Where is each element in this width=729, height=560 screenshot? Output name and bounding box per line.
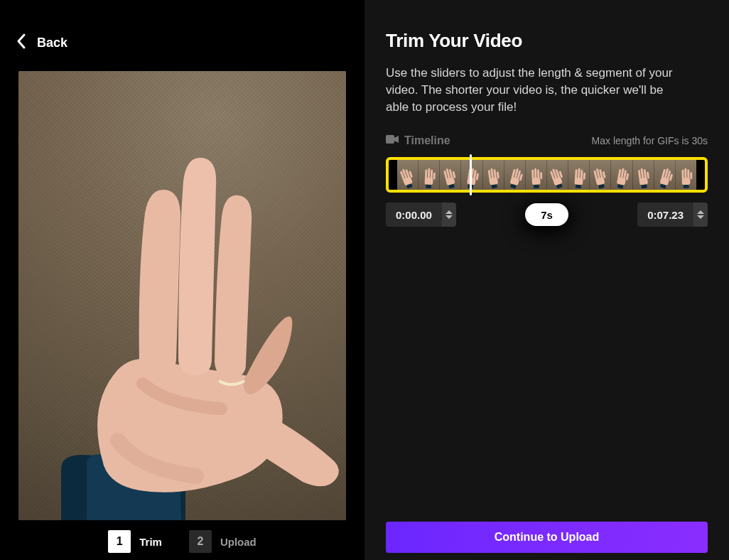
trim-selection[interactable] [386,157,708,193]
svg-rect-26 [487,170,491,180]
filmstrip-frame [611,160,632,190]
timeline-filmstrip[interactable] [386,157,708,193]
playhead[interactable] [470,154,472,195]
svg-rect-0 [386,135,394,144]
wizard-steps: 1 Trim 2 Upload [0,530,364,553]
time-controls: 0:00.00 7s 0:07.23 [386,203,708,227]
filmstrip-frame [633,160,654,190]
filmstrip-frame [483,160,504,190]
back-button[interactable]: Back [16,28,364,57]
svg-rect-65 [626,173,630,181]
chevron-down-icon[interactable] [446,215,453,219]
filmstrip-frame [461,160,482,190]
svg-rect-38 [531,170,534,180]
timeline-header: Timeline Max length for GIFs is 30s [386,134,708,147]
svg-rect-84 [684,185,689,188]
svg-rect-50 [575,169,578,179]
svg-rect-29 [496,171,499,178]
svg-rect-82 [687,170,689,180]
back-label: Back [37,36,68,50]
filmstrip-frame [590,160,611,190]
step-1-label: Trim [139,536,162,548]
svg-rect-83 [690,172,692,179]
chevron-up-icon[interactable] [697,210,704,214]
start-time-value[interactable]: 0:00.00 [386,203,442,227]
end-time-steppers[interactable] [693,203,708,227]
svg-rect-12 [426,185,431,188]
chevron-left-icon [16,33,27,53]
chevron-up-icon[interactable] [446,210,453,214]
end-time-value[interactable]: 0:07.23 [637,203,693,227]
svg-rect-52 [580,170,583,180]
svg-rect-39 [534,168,536,180]
svg-rect-23 [476,173,479,181]
svg-rect-54 [576,185,581,188]
svg-rect-28 [493,169,497,179]
svg-rect-69 [640,168,644,180]
filmstrip-frame [504,160,526,190]
svg-rect-40 [537,169,539,179]
filmstrip-frame [526,160,547,190]
duration-pill[interactable]: 7s [525,203,568,226]
continue-to-upload-button[interactable]: Continue to Upload [386,522,708,553]
svg-rect-42 [534,185,539,188]
svg-rect-80 [681,170,684,180]
filmstrip-frame [418,160,440,190]
filmstrip-frame [397,160,418,190]
step-1-badge[interactable]: 1 [108,530,131,553]
filmstrip-frame [568,160,590,190]
filmstrip-frames [397,160,696,190]
end-time-box: 0:07.23 [637,203,708,227]
svg-rect-51 [578,168,580,180]
step-2-label: Upload [220,536,256,548]
svg-rect-68 [637,170,641,180]
svg-rect-11 [433,173,436,180]
svg-rect-53 [583,173,586,180]
timeline-label: Timeline [386,134,450,147]
filmstrip-frame [654,160,676,190]
preview-hand [18,71,346,520]
filmstrip-frame [547,160,568,190]
svg-rect-41 [540,172,542,179]
svg-rect-8 [425,169,428,179]
svg-rect-9 [428,168,431,180]
svg-rect-72 [641,184,647,188]
svg-rect-81 [684,168,686,180]
right-panel: Trim Your Video Use the sliders to adjus… [364,0,729,560]
svg-rect-10 [431,170,433,180]
video-preview[interactable] [18,71,346,520]
video-camera-icon [386,134,399,147]
page-description: Use the sliders to adjust the length & s… [386,65,684,116]
left-panel: Back 1 Trim 2 [0,0,364,560]
svg-rect-70 [643,169,647,179]
filmstrip-frame [440,160,461,190]
svg-rect-71 [646,172,649,179]
filmstrip-frame [676,160,696,190]
timeline-hint: Max length for GIFs is 30s [592,135,708,146]
step-2-badge[interactable]: 2 [189,530,212,553]
chevron-down-icon[interactable] [697,215,704,219]
timeline-label-text: Timeline [404,134,450,147]
start-time-box: 0:00.00 [386,203,456,227]
start-time-steppers[interactable] [442,203,456,227]
page-title: Trim Your Video [386,30,729,52]
